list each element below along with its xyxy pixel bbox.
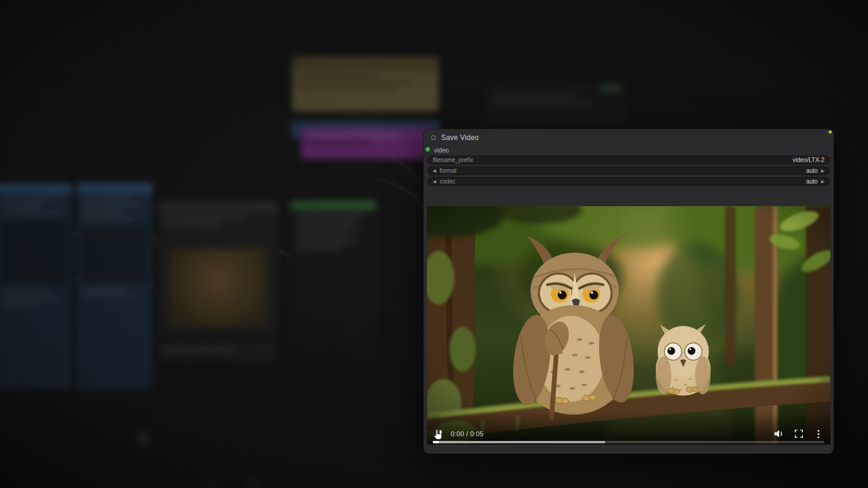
background-ghost-cursor — [137, 431, 149, 446]
background-node — [157, 201, 278, 337]
codec-widget[interactable]: ◀ codec auto ▶ — [427, 177, 830, 186]
combo-left-arrow-icon[interactable]: ◀ — [433, 169, 436, 173]
widget-label: format — [439, 167, 456, 175]
widget-value: auto — [806, 167, 817, 175]
background-node — [301, 128, 439, 159]
format-widget[interactable]: ◀ format auto ▶ — [427, 166, 830, 175]
node-title: Save Video — [441, 133, 479, 142]
background-smudge — [246, 478, 260, 486]
save-video-node[interactable]: Save Video video filename_prefix video/L… — [423, 129, 834, 454]
play-pause-button[interactable] — [433, 428, 445, 439]
time-display: 0:00 / 0:05 — [451, 430, 483, 437]
fullscreen-button[interactable] — [793, 428, 805, 439]
progress-played — [433, 441, 439, 443]
background-node — [292, 57, 439, 111]
widget-label: codec — [439, 178, 455, 185]
pause-icon — [435, 430, 442, 438]
background-node — [76, 182, 153, 390]
background-node — [157, 341, 278, 361]
background-thumbnail — [168, 249, 267, 327]
video-input-label: video — [434, 147, 449, 154]
more-options-button[interactable] — [813, 428, 824, 439]
volume-button[interactable] — [773, 428, 785, 439]
combo-right-arrow-icon[interactable]: ▶ — [822, 179, 824, 184]
video-preview[interactable]: 0:00 / 0:05 — [427, 206, 830, 445]
owl-video-frame — [427, 206, 830, 445]
widget-value: video/LTX-2 — [793, 156, 824, 164]
fullscreen-icon — [795, 430, 803, 438]
video-input-slot[interactable] — [425, 147, 430, 152]
node-titlebar[interactable]: Save Video — [424, 129, 833, 144]
background-node — [290, 201, 376, 343]
filename-prefix-widget[interactable]: filename_prefix video/LTX-2 — [427, 156, 830, 164]
progress-bar[interactable] — [433, 441, 824, 443]
input-slot-row: video — [424, 144, 833, 154]
widget-label: filename_prefix — [433, 156, 473, 164]
kebab-menu-icon — [817, 430, 820, 439]
node-status-dot — [829, 130, 832, 133]
video-controls: 0:00 / 0:05 — [433, 428, 824, 439]
widget-value: auto — [806, 178, 817, 185]
background-node — [0, 183, 73, 389]
combo-left-arrow-icon[interactable]: ◀ — [433, 179, 436, 184]
combo-right-arrow-icon[interactable]: ▶ — [822, 169, 824, 173]
screen: Save Video video filename_prefix video/L… — [0, 0, 868, 488]
background-smudge — [202, 478, 216, 486]
collapse-dot[interactable] — [431, 135, 436, 140]
background-node — [486, 83, 626, 126]
volume-icon — [774, 430, 785, 438]
progress-buffered — [433, 441, 605, 443]
